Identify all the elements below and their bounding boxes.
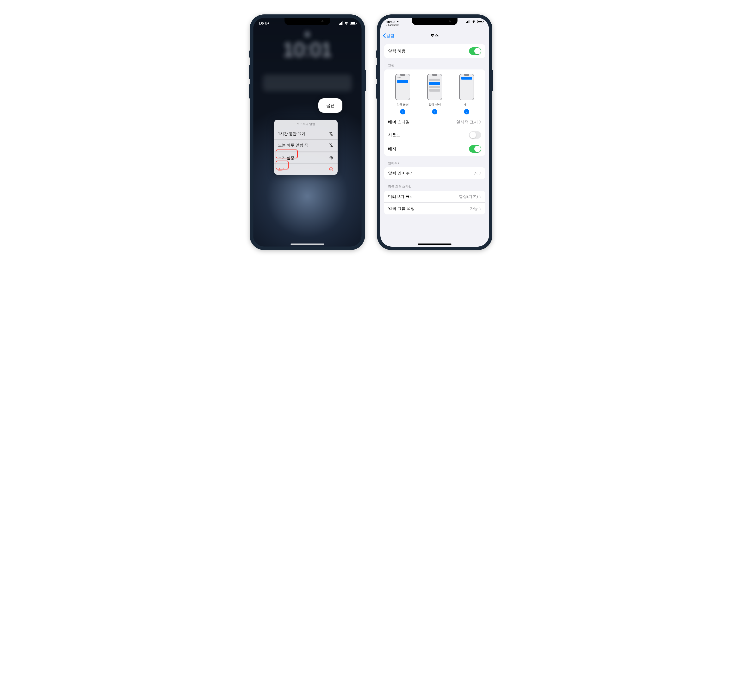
bell-slash-icon: [328, 143, 334, 148]
preview-notification-center[interactable]: 알림 센터 ✓: [418, 74, 450, 114]
battery-icon: [477, 20, 483, 23]
cellular-icon: [467, 20, 471, 23]
banner-style-value: 일시적 표시: [456, 119, 478, 125]
nav-bar: 알림 토스: [380, 30, 489, 41]
cell-banner-style[interactable]: 배너 스타일 일시적 표시: [384, 116, 485, 128]
sounds-label: 사운드: [388, 132, 400, 138]
chevron-right-icon: [479, 121, 481, 124]
cell-announce[interactable]: 알림 읽어주기 끔: [384, 167, 485, 179]
check-icon: ✓: [464, 109, 469, 114]
cell-allow-notifications: 알림 허용: [384, 44, 485, 58]
screen-settings: 10:02 Facebook 알림 토스: [380, 18, 489, 247]
lock-icon: [305, 31, 310, 37]
allow-label: 알림 허용: [388, 48, 406, 54]
group-announce: 알림 읽어주기 끔: [384, 167, 485, 179]
lock-time: 10:01: [283, 38, 332, 61]
status-right: [467, 20, 483, 23]
carrier-label: LG U+: [259, 21, 269, 25]
preview-show-value: 항상(기본): [459, 194, 478, 199]
svg-point-1: [331, 158, 331, 158]
menu-mute-1h-label: 1시간 동안 끄기: [278, 131, 305, 137]
wifi-icon: [472, 20, 476, 23]
highlight-turn-off: [275, 161, 289, 169]
nav-title: 토스: [431, 33, 439, 38]
preview-banners[interactable]: 배너 ✓: [451, 74, 483, 114]
home-indicator[interactable]: [290, 243, 324, 245]
chevron-right-icon: [479, 207, 481, 210]
chevron-right-icon: [479, 172, 481, 175]
menu-mute-today-label: 오늘 하루 알림 끔: [278, 143, 308, 148]
menu-header: 토스개의 알림: [274, 120, 338, 128]
section-lockstyle-header: 잠금 화면 스타일: [380, 179, 489, 191]
cell-grouping[interactable]: 알림 그룹 설정 자동: [384, 202, 485, 214]
status-right: [339, 21, 356, 25]
section-announce-header: 읽어주기: [380, 156, 489, 167]
home-indicator[interactable]: [418, 243, 452, 245]
preview-show-label: 미리보기 표시: [388, 194, 414, 199]
screen-lock: LG U+ 10:01 옵션 토스개의 알림 1시간 동안 끄기: [253, 18, 362, 247]
group-allow: 알림 허용: [384, 44, 485, 58]
location-icon: [396, 21, 399, 23]
alert-previews-row: 9:41 잠금 화면 ✓ 알림 센: [384, 69, 485, 116]
badges-label: 배지: [388, 146, 396, 152]
check-icon: ✓: [400, 109, 405, 114]
banner-style-label: 배너 스타일: [388, 119, 410, 125]
chevron-left-icon: [383, 33, 386, 38]
menu-mute-1h[interactable]: 1시간 동안 끄기: [274, 128, 338, 139]
notch: [412, 18, 458, 25]
svg-point-0: [330, 156, 333, 159]
settings-content[interactable]: 알림 허용 알림 9:41 잠금 화면 ✓: [380, 41, 489, 222]
notch: [284, 18, 330, 25]
allow-toggle[interactable]: [469, 47, 481, 55]
preview-lock-screen[interactable]: 9:41 잠금 화면 ✓: [387, 74, 418, 114]
phone-right: 10:02 Facebook 알림 토스: [377, 15, 492, 250]
battery-icon: [350, 22, 356, 25]
menu-mute-today[interactable]: 오늘 하루 알림 끔: [274, 139, 338, 151]
cell-badges: 배지: [384, 142, 485, 156]
chevron-right-icon: [479, 195, 481, 198]
announce-value: 끔: [474, 171, 478, 176]
check-icon: ✓: [432, 109, 437, 114]
status-time: 10:02: [386, 20, 395, 24]
badges-toggle[interactable]: [469, 145, 481, 153]
nav-back-button[interactable]: 알림: [383, 33, 394, 38]
bell-slash-icon: [328, 131, 334, 137]
options-button[interactable]: 옵션: [318, 98, 342, 113]
group-lockstyle: 미리보기 표시 항상(기본) 알림 그룹 설정 자동: [384, 191, 485, 214]
nav-back-label: 알림: [386, 33, 394, 38]
cellular-icon: [339, 21, 343, 25]
wifi-icon: [344, 22, 348, 25]
grouping-label: 알림 그룹 설정: [388, 206, 415, 211]
grouping-value: 자동: [470, 206, 478, 211]
highlight-view-settings: [275, 149, 298, 158]
announce-label: 알림 읽어주기: [388, 171, 414, 176]
cell-preview-show[interactable]: 미리보기 표시 항상(기본): [384, 191, 485, 202]
minus-circle-icon: [328, 167, 334, 172]
phone-left: LG U+ 10:01 옵션 토스개의 알림 1시간 동안 끄기: [250, 15, 365, 250]
back-to-app[interactable]: Facebook: [386, 24, 399, 27]
notification-card-blurred: [263, 75, 352, 91]
sounds-toggle[interactable]: [469, 131, 481, 139]
section-alerts-header: 알림: [380, 58, 489, 69]
lock-date: [306, 60, 308, 65]
group-alerts: 9:41 잠금 화면 ✓ 알림 센: [384, 69, 485, 156]
cell-sounds: 사운드: [384, 128, 485, 142]
gear-icon: [328, 155, 334, 161]
